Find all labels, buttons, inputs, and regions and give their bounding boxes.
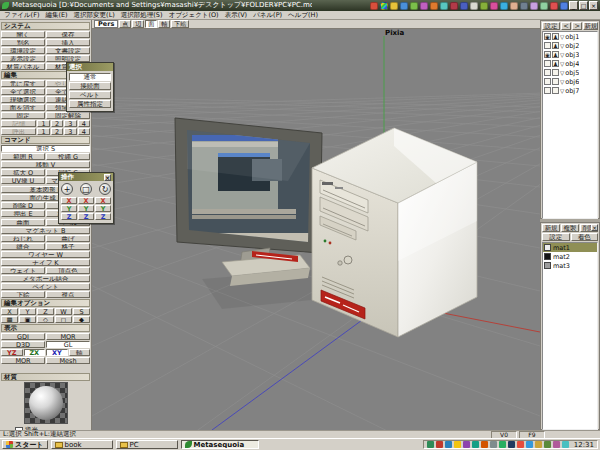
menu-item[interactable]: パネル(P) <box>253 11 282 20</box>
desktop-icon[interactable] <box>470 2 478 10</box>
desktop-icon[interactable] <box>430 2 438 10</box>
lock-figure-icon[interactable]: ♟ <box>552 60 559 67</box>
material-header-button[interactable]: 設定 <box>542 233 570 241</box>
axis-x-button[interactable]: X <box>61 197 77 204</box>
lock-figure-icon[interactable] <box>552 69 559 76</box>
desktop-icon[interactable] <box>550 2 558 10</box>
start-button[interactable]: スタート <box>2 440 48 449</box>
axis-y-button[interactable]: Y <box>95 205 111 212</box>
object-list-item[interactable]: ♟▽obj4 <box>543 59 597 68</box>
select-option-button[interactable]: 属性指定 <box>69 100 111 108</box>
axis-x-button[interactable]: X <box>95 197 111 204</box>
panel-button[interactable]: 面を消す <box>1 104 45 111</box>
visibility-eye-icon[interactable]: ◉ <box>544 33 551 40</box>
panel-button[interactable]: 環境設定 <box>1 47 45 54</box>
tray-icon[interactable] <box>481 441 488 448</box>
panel-button[interactable]: ZX <box>24 349 46 356</box>
desktop-icon[interactable] <box>500 2 508 10</box>
panel-button[interactable]: 表示設定 <box>1 55 45 62</box>
panel-button[interactable]: 固定 <box>1 112 45 119</box>
panel-button[interactable]: メタボール結合 <box>1 275 90 282</box>
tray-icon[interactable] <box>544 441 551 448</box>
tray-icon[interactable] <box>526 441 533 448</box>
panel-button[interactable]: ▣ <box>19 316 36 323</box>
lock-figure-icon[interactable] <box>552 87 559 94</box>
panel-button[interactable]: Y <box>19 308 36 315</box>
panel-button[interactable]: W <box>55 308 72 315</box>
object-list-item[interactable]: ◉♟▽obj3 <box>543 50 597 59</box>
desktop-icon[interactable] <box>560 2 568 10</box>
desktop-icon[interactable] <box>530 2 538 10</box>
desktop-icon[interactable] <box>370 2 378 10</box>
desktop-icon[interactable] <box>460 2 468 10</box>
panel-button[interactable]: 下絵 <box>1 291 45 298</box>
tray-icon[interactable] <box>517 441 524 448</box>
desktop-icon[interactable] <box>540 2 548 10</box>
visibility-eye-icon[interactable] <box>544 78 551 85</box>
task-button[interactable]: book <box>51 440 113 449</box>
tray-icon[interactable] <box>472 441 479 448</box>
panel-button[interactable]: 2 <box>51 120 63 127</box>
panel-button[interactable]: 選択 S <box>1 145 90 152</box>
viewport-canvas[interactable]: Pixia <box>92 29 540 430</box>
tray-icon[interactable] <box>490 441 497 448</box>
panel-button[interactable]: X <box>1 308 18 315</box>
panel-button[interactable]: 投縄 G <box>46 153 90 160</box>
maximize-button[interactable]: □ <box>579 1 588 10</box>
object-list-item[interactable]: ▽obj6 <box>543 77 597 86</box>
desktop-icon[interactable] <box>410 2 418 10</box>
object-list-item[interactable]: ♟▽obj2 <box>543 41 597 50</box>
select-option-button[interactable]: 通常 <box>69 73 111 81</box>
material-header-button[interactable]: 複製 <box>561 224 579 232</box>
lock-figure-icon[interactable]: ♟ <box>552 42 559 49</box>
object-header-button[interactable]: 設定 <box>542 22 560 30</box>
menu-item[interactable]: 選択部処理(S) <box>121 11 163 20</box>
panel-button[interactable]: GL <box>46 341 90 348</box>
panel-button[interactable]: ナイフ K <box>1 259 90 266</box>
lock-figure-icon[interactable]: ♟ <box>552 51 559 58</box>
menu-item[interactable]: ヘルプ(H) <box>288 11 318 20</box>
tray-icon[interactable] <box>445 441 452 448</box>
panel-button[interactable]: Z <box>37 308 54 315</box>
panel-button[interactable]: UV操 U <box>1 177 45 184</box>
panel-button[interactable]: 3 <box>64 120 76 127</box>
rotate-tool-icon[interactable]: ↻ <box>99 183 111 195</box>
select-option-button[interactable]: ベルト <box>69 91 111 99</box>
material-list-item[interactable]: mat1 <box>543 243 597 252</box>
task-button[interactable]: PC <box>116 440 178 449</box>
tray-icon[interactable] <box>562 441 569 448</box>
panel-button[interactable]: Mesh <box>46 357 90 364</box>
panel-button[interactable]: 軸 <box>69 349 91 356</box>
desktop-icon[interactable] <box>490 2 498 10</box>
panel-button[interactable]: ◆ <box>73 316 90 323</box>
object-list-item[interactable]: ▽obj5 <box>543 68 597 77</box>
desktop-icon[interactable] <box>440 2 448 10</box>
panel-button[interactable]: MQR <box>1 357 45 364</box>
visibility-eye-icon[interactable] <box>544 60 551 67</box>
panel-button[interactable]: マグネット B <box>1 227 90 234</box>
tray-icon[interactable] <box>463 441 470 448</box>
panel-button[interactable]: 現物選択 <box>1 96 45 103</box>
tray-icon[interactable] <box>427 441 434 448</box>
panel-button[interactable]: 頂点色 <box>46 267 90 274</box>
object-header-button[interactable]: 新規 <box>583 22 598 30</box>
material-list-item[interactable]: mat2 <box>543 252 597 261</box>
panel-button[interactable]: ◻ <box>55 316 72 323</box>
tray-icon[interactable] <box>454 441 461 448</box>
panel-button[interactable]: 移動 V <box>1 161 90 168</box>
menu-item[interactable]: ファイル(F) <box>4 11 39 20</box>
axis-y-button[interactable]: Y <box>61 205 77 212</box>
panel-button[interactable]: 挿入 <box>46 39 90 46</box>
panel-button[interactable]: GDI <box>1 333 45 340</box>
minimize-button[interactable]: _ <box>569 1 578 10</box>
move-tool-icon[interactable]: + <box>61 183 73 195</box>
axis-y-button[interactable]: Y <box>78 205 94 212</box>
panel-button[interactable]: 削除 D <box>1 202 45 209</box>
panel-button[interactable]: 1 <box>37 120 49 127</box>
menu-item[interactable]: 編集(E) <box>45 11 67 20</box>
object-list-item[interactable]: ◉♟▽obj1 <box>543 32 597 41</box>
scale-tool-icon[interactable]: □ <box>80 183 92 195</box>
material-header-button[interactable]: 新規 <box>542 224 560 232</box>
panel-button[interactable]: 1 <box>37 128 49 135</box>
visibility-eye-icon[interactable] <box>544 69 551 76</box>
